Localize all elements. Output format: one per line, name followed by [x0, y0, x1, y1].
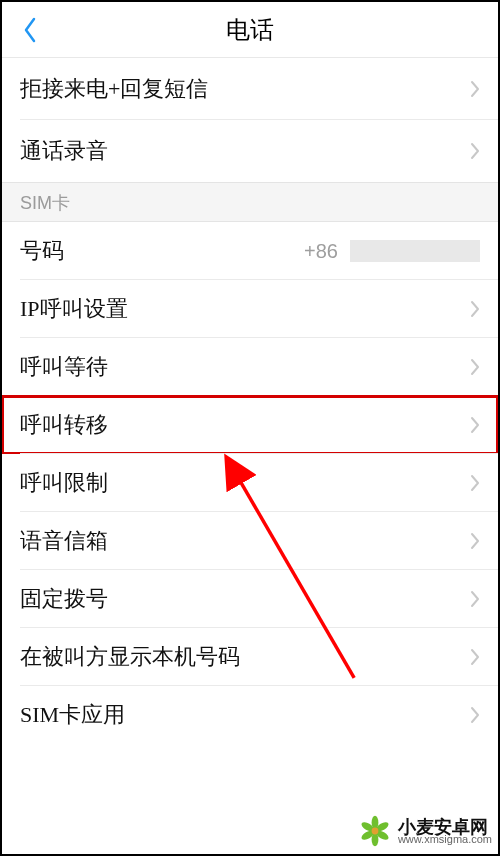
chevron-right-icon [470, 706, 480, 724]
row-label: 呼叫转移 [20, 410, 108, 440]
chevron-right-icon [470, 416, 480, 434]
row-voicemail[interactable]: 语音信箱 [2, 512, 498, 570]
watermark-logo-icon [358, 814, 392, 848]
row-label: IP呼叫设置 [20, 294, 128, 324]
chevron-right-icon [470, 590, 480, 608]
row-label: 呼叫等待 [20, 352, 108, 382]
row-label: 通话录音 [20, 136, 108, 166]
chevron-right-icon [470, 300, 480, 318]
chevron-right-icon [470, 532, 480, 550]
row-value-area: +86 [304, 240, 480, 263]
watermark: 小麦安卓网 www.xmsigma.com [358, 814, 492, 848]
chevron-right-icon [470, 80, 480, 98]
svg-point-8 [371, 828, 378, 835]
row-label: SIM卡应用 [20, 700, 125, 730]
row-value-prefix: +86 [304, 240, 338, 263]
row-fixed-dialing[interactable]: 固定拨号 [2, 570, 498, 628]
row-phone-number[interactable]: 号码 +86 [2, 222, 498, 280]
header-bar: 电话 [2, 2, 498, 58]
settings-list: 拒接来电+回复短信 通话录音 SIM卡 号码 +86 IP呼叫设置 [2, 58, 498, 854]
chevron-right-icon [470, 142, 480, 160]
row-show-my-number[interactable]: 在被叫方显示本机号码 [2, 628, 498, 686]
row-label: 号码 [20, 236, 64, 266]
row-call-forwarding[interactable]: 呼叫转移 [2, 396, 498, 454]
settings-screen: 电话 拒接来电+回复短信 通话录音 SIM卡 号码 +86 IP呼叫设置 [2, 2, 498, 854]
row-ip-call-settings[interactable]: IP呼叫设置 [2, 280, 498, 338]
row-call-recording[interactable]: 通话录音 [2, 120, 498, 182]
chevron-right-icon [470, 648, 480, 666]
row-label: 拒接来电+回复短信 [20, 74, 208, 104]
chevron-right-icon [470, 358, 480, 376]
row-sim-applications[interactable]: SIM卡应用 [2, 686, 498, 744]
masked-number [350, 240, 480, 262]
watermark-url: www.xmsigma.com [398, 834, 492, 845]
chevron-left-icon [22, 16, 38, 44]
back-button[interactable] [10, 2, 50, 58]
row-label: 固定拨号 [20, 584, 108, 614]
section-header-sim: SIM卡 [2, 182, 498, 222]
row-label: 呼叫限制 [20, 468, 108, 498]
row-call-waiting[interactable]: 呼叫等待 [2, 338, 498, 396]
row-label: 语音信箱 [20, 526, 108, 556]
page-title: 电话 [226, 14, 274, 46]
section-label: SIM卡 [20, 191, 70, 215]
row-call-barring[interactable]: 呼叫限制 [2, 454, 498, 512]
row-reject-reply-sms[interactable]: 拒接来电+回复短信 [2, 58, 498, 120]
chevron-right-icon [470, 474, 480, 492]
row-label: 在被叫方显示本机号码 [20, 642, 240, 672]
